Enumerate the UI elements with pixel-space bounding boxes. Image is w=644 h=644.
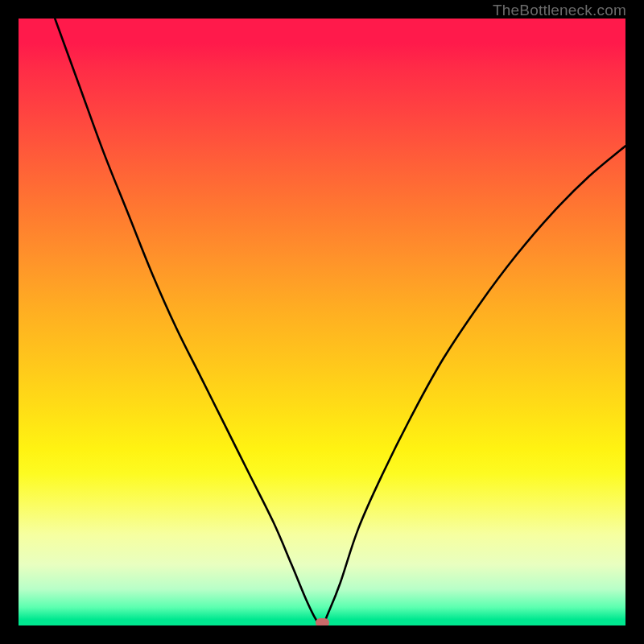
plot-area	[19, 19, 625, 625]
watermark-text: TheBottleneck.com	[493, 2, 626, 19]
bottleneck-curve	[55, 19, 625, 625]
optimal-marker	[316, 618, 329, 625]
chart-frame: TheBottleneck.com	[0, 0, 644, 644]
curve-svg	[19, 19, 625, 625]
